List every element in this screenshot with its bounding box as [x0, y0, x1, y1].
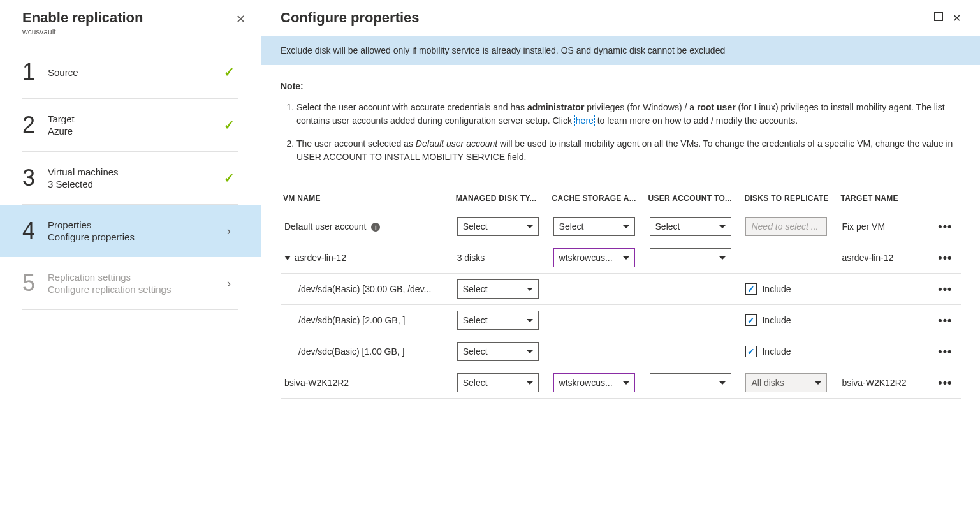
include-label: Include	[762, 346, 791, 357]
step-label: Properties	[48, 219, 219, 230]
more-icon[interactable]: •••	[938, 283, 952, 295]
more-icon[interactable]: •••	[938, 314, 952, 327]
more-icon[interactable]: •••	[938, 251, 952, 264]
target-name-value: asrdev-lin-12	[838, 242, 934, 274]
chevron-right-icon: ›	[227, 277, 231, 290]
disk-row-sdb: /dev/sdb(Basic) [2.00 GB, ] Select Inclu…	[281, 305, 961, 336]
step-label: Target	[48, 114, 219, 124]
managed-disk-type-select[interactable]: Select	[457, 342, 539, 361]
column-vm-name[interactable]: VM NAME	[281, 186, 453, 211]
info-banner: Exclude disk will be allowed only if mob…	[261, 36, 980, 65]
sidebar-subtitle: wcusvault	[22, 27, 143, 36]
info-icon[interactable]: i	[371, 223, 380, 232]
chevron-down-icon	[527, 381, 533, 385]
maximize-icon[interactable]	[934, 12, 943, 24]
step-sublabel: 3 Selected	[48, 179, 219, 189]
chevron-down-icon	[719, 225, 726, 228]
step-replication-settings: 5 Replication settings Configure replica…	[22, 257, 238, 310]
chevron-right-icon: ›	[227, 225, 231, 237]
chevron-down-icon	[527, 225, 533, 228]
column-user-account[interactable]: USER ACCOUNT TO...	[646, 186, 742, 211]
chevron-down-icon	[623, 225, 629, 228]
chevron-down-icon	[527, 288, 533, 291]
disk-name-label: /dev/sda(Basic) [30.00 GB, /dev...	[281, 274, 453, 305]
check-icon: ✓	[224, 118, 235, 132]
target-name-value: Fix per VM	[838, 211, 934, 242]
disk-name-label: /dev/sdb(Basic) [2.00 GB, ]	[281, 305, 453, 336]
chevron-down-icon	[815, 381, 821, 385]
chevron-down-icon	[719, 256, 726, 260]
managed-disk-type-select[interactable]: Select	[457, 311, 539, 330]
more-icon[interactable]: •••	[938, 220, 952, 233]
step-source[interactable]: 1 Source ✓	[22, 46, 238, 99]
check-icon: ✓	[224, 65, 235, 79]
include-label: Include	[762, 315, 791, 325]
disk-row-sdc: /dev/sdc(Basic) [1.00 GB, ] Select Inclu…	[281, 336, 961, 367]
disk-name-label: /dev/sdc(Basic) [1.00 GB, ]	[281, 336, 453, 367]
include-label: Include	[762, 284, 791, 294]
user-account-select[interactable]	[650, 248, 731, 267]
cache-storage-select[interactable]: Select	[553, 217, 635, 236]
disks-replicate-select[interactable]: All disks	[745, 373, 827, 392]
learn-more-link[interactable]: here	[574, 115, 595, 126]
note-heading: Note:	[281, 81, 961, 91]
column-managed-disk-type[interactable]: MANAGED DISK TY...	[453, 186, 550, 211]
default-user-row: Default user account i Select Select Sel…	[281, 211, 961, 242]
step-number: 2	[22, 112, 48, 138]
chevron-down-icon	[527, 319, 533, 322]
chevron-down-icon	[623, 381, 629, 385]
user-account-select[interactable]: Select	[650, 217, 731, 236]
sidebar-title: Enable replication	[22, 10, 143, 26]
vm-name-label: bsiva-W2K12R2	[281, 367, 453, 399]
step-number: 1	[22, 59, 48, 85]
close-icon[interactable]: ✕	[233, 10, 248, 29]
step-label: Source	[48, 67, 219, 78]
note-item-2: The user account selected as Default use…	[296, 137, 961, 164]
default-account-label: Default user account	[284, 221, 366, 232]
step-label: Replication settings	[48, 272, 219, 283]
vm-row-asrdev: asrdev-lin-12 3 disks wtskrowcus... asrd…	[281, 242, 961, 274]
more-icon[interactable]: •••	[938, 376, 952, 389]
step-number: 4	[22, 218, 48, 244]
step-sublabel: Configure properties	[48, 232, 219, 242]
cache-storage-select[interactable]: wtskrowcus...	[553, 248, 635, 267]
page-title: Configure properties	[281, 10, 420, 26]
step-sublabel: Configure replication settings	[48, 284, 219, 295]
step-number: 3	[22, 165, 48, 191]
cache-storage-select[interactable]: wtskrowcus...	[553, 373, 635, 392]
include-checkbox[interactable]	[745, 346, 757, 357]
chevron-down-icon	[623, 256, 629, 260]
expand-toggle-icon[interactable]	[284, 256, 291, 260]
column-target-name[interactable]: TARGET NAME	[838, 186, 934, 211]
vm-row-bsiva: bsiva-W2K12R2 Select wtskrowcus... All d…	[281, 367, 961, 399]
disk-count-label: 3 disks	[453, 242, 550, 274]
managed-disk-type-select[interactable]: Select	[457, 279, 539, 299]
step-number: 5	[22, 270, 48, 297]
vm-name-label: asrdev-lin-12	[295, 253, 346, 263]
include-checkbox[interactable]	[745, 314, 757, 326]
column-cache-storage[interactable]: CACHE STORAGE A...	[550, 186, 646, 211]
step-target[interactable]: 2 Target Azure ✓	[22, 99, 238, 152]
step-label: Virtual machines	[48, 166, 219, 177]
column-disks-replicate[interactable]: DISKS TO REPLICATE	[742, 186, 838, 211]
chevron-down-icon	[719, 381, 726, 385]
step-sublabel: Azure	[48, 126, 219, 137]
chevron-down-icon	[527, 350, 533, 353]
close-icon[interactable]: ✕	[953, 12, 961, 24]
check-icon: ✓	[224, 171, 235, 185]
disk-row-sda: /dev/sda(Basic) [30.00 GB, /dev... Selec…	[281, 274, 961, 305]
user-account-select[interactable]	[650, 373, 731, 392]
step-virtual-machines[interactable]: 3 Virtual machines 3 Selected ✓	[22, 152, 238, 205]
managed-disk-type-select[interactable]: Select	[457, 217, 539, 236]
include-checkbox[interactable]	[745, 283, 757, 295]
disks-replicate-select: Need to select ...	[745, 217, 827, 236]
managed-disk-type-select[interactable]: Select	[457, 373, 539, 392]
target-name-value: bsiva-W2K12R2	[838, 367, 934, 399]
step-properties[interactable]: 4 Properties Configure properties ›	[0, 205, 261, 257]
note-item-1: Select the user account with accurate cr…	[296, 101, 961, 128]
more-icon[interactable]: •••	[938, 345, 952, 358]
